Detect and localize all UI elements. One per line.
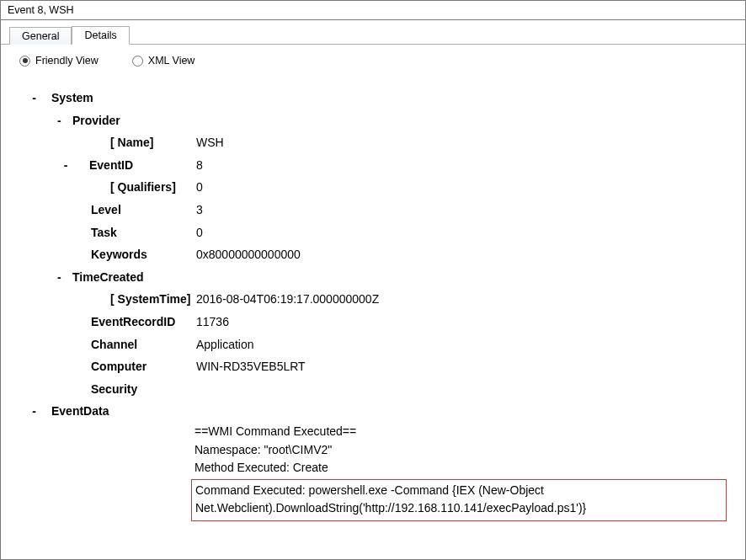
- timecreated-label: TimeCreated: [57, 266, 144, 289]
- radio-xml-view[interactable]: XML View: [132, 55, 195, 67]
- view-options: Friendly View XML View: [1, 45, 745, 70]
- channel-label: Channel: [91, 338, 137, 351]
- computer-row: Computer WIN-RD35VEB5LRT: [19, 355, 727, 378]
- provider-label: Provider: [57, 109, 120, 132]
- collapse-toggle-icon[interactable]: -: [57, 154, 74, 177]
- keywords-label: Keywords: [91, 248, 147, 261]
- security-row: Security: [19, 378, 727, 401]
- level-value: 3: [196, 199, 203, 221]
- eventdata-heading: EventData: [36, 400, 109, 423]
- channel-row: Channel Application: [19, 333, 727, 356]
- radio-friendly-view[interactable]: Friendly View: [19, 55, 99, 67]
- qualifiers-value: 0: [196, 176, 203, 199]
- provider-name-value: WSH: [196, 131, 224, 154]
- keywords-row: Keywords 0x80000000000000: [19, 243, 727, 266]
- collapse-toggle-icon[interactable]: -: [19, 400, 36, 423]
- task-label: Task: [91, 226, 117, 239]
- tab-row: General Details: [1, 20, 745, 45]
- recordid-row: EventRecordID 11736: [19, 311, 727, 333]
- eventdata-body: ==WMI Command Executed== Namespace: "roo…: [194, 423, 727, 521]
- provider-node[interactable]: - Provider: [19, 109, 727, 132]
- radio-friendly-label: Friendly View: [35, 55, 99, 67]
- recordid-value: 11736: [196, 311, 229, 333]
- radio-icon: [132, 56, 143, 67]
- level-row: Level 3: [19, 199, 727, 221]
- eventid-label: EventID: [74, 154, 133, 177]
- recordid-label: EventRecordID: [91, 315, 175, 328]
- window-title: Event 8, WSH: [1, 1, 745, 20]
- computer-label: Computer: [91, 360, 147, 373]
- system-heading: System: [36, 87, 93, 109]
- eventid-value: 8: [196, 154, 203, 177]
- keywords-value: 0x80000000000000: [196, 243, 301, 266]
- task-row: Task 0: [19, 221, 727, 244]
- qualifiers-key: [ Qualifiers]: [19, 176, 196, 199]
- eventdata-line2: Namespace: "root\CIMV2": [194, 441, 727, 460]
- security-label: Security: [91, 382, 137, 396]
- tab-details[interactable]: Details: [72, 26, 129, 45]
- provider-name-key: [ Name]: [19, 131, 196, 154]
- system-node[interactable]: - System: [19, 87, 727, 109]
- systemtime-value: 2016-08-04T06:19:17.000000000Z: [196, 288, 379, 311]
- radio-icon: [19, 56, 30, 67]
- eventdata-line3: Method Executed: Create: [194, 459, 727, 477]
- provider-name-row: [ Name] WSH: [19, 131, 727, 154]
- timecreated-node[interactable]: - TimeCreated: [19, 266, 727, 289]
- systemtime-row: [ SystemTime] 2016-08-04T06:19:17.000000…: [19, 288, 727, 311]
- systemtime-key: [ SystemTime]: [19, 288, 196, 311]
- collapse-toggle-icon[interactable]: -: [19, 266, 57, 289]
- collapse-toggle-icon[interactable]: -: [19, 87, 36, 109]
- computer-value: WIN-RD35VEB5LRT: [196, 355, 306, 378]
- task-value: 0: [196, 221, 203, 244]
- radio-xml-label: XML View: [148, 55, 195, 67]
- eventdata-command: Command Executed: powershell.exe -Comman…: [195, 483, 586, 515]
- collapse-toggle-icon[interactable]: -: [19, 109, 57, 132]
- eventdata-node[interactable]: - EventData: [19, 400, 727, 423]
- tab-general[interactable]: General: [9, 27, 72, 45]
- channel-value: Application: [196, 333, 254, 356]
- level-label: Level: [91, 203, 121, 216]
- details-content: - System - Provider [ Name] WSH - EventI…: [1, 70, 745, 530]
- qualifiers-row: [ Qualifiers] 0: [19, 176, 727, 199]
- eventdata-line1: ==WMI Command Executed==: [194, 423, 727, 441]
- eventdata-command-highlight: Command Executed: powershell.exe -Comman…: [191, 479, 727, 521]
- eventid-row[interactable]: - EventID 8: [19, 154, 727, 177]
- event-properties-window: Event 8, WSH General Details Friendly Vi…: [0, 0, 746, 560]
